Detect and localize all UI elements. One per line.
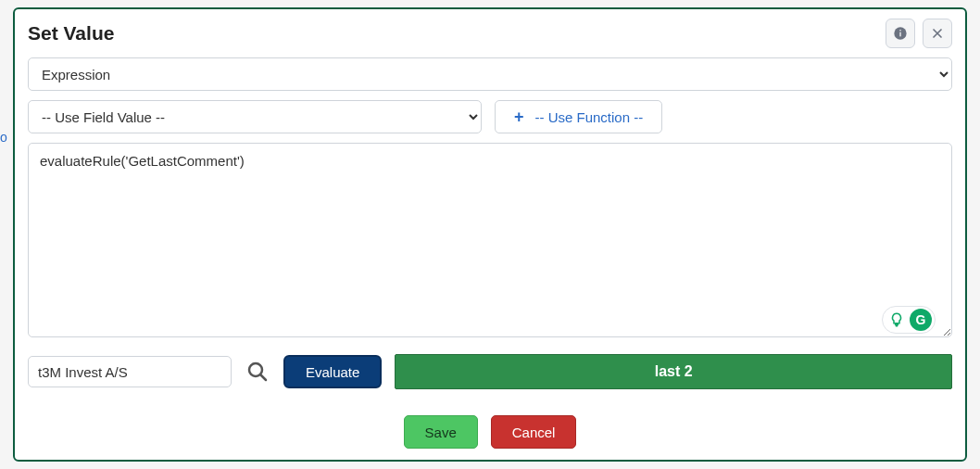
modal-header: Set Value [28,19,952,48]
svg-rect-1 [899,32,900,37]
close-icon [930,26,945,41]
type-row: Expression [28,57,952,91]
search-icon [246,361,269,383]
field-value-select[interactable]: -- Use Field Value -- [28,100,482,133]
field-function-row: -- Use Field Value -- + -- Use Function … [28,100,952,133]
evaluate-row: Evaluate last 2 [28,354,952,389]
evaluate-button[interactable]: Evaluate [283,355,382,388]
use-function-button[interactable]: + -- Use Function -- [495,100,662,133]
expression-textarea[interactable] [28,143,952,337]
background-text: o [0,130,7,145]
plus-icon: + [514,108,524,125]
modal-footer: Save Cancel [28,415,952,449]
close-button[interactable] [923,19,952,48]
editor-badges: G [882,306,936,334]
suggestion-icon[interactable] [886,309,908,331]
header-actions [886,19,952,48]
grammarly-icon[interactable]: G [910,309,932,331]
save-button[interactable]: Save [404,415,478,449]
info-icon [893,26,908,41]
value-type-select[interactable]: Expression [28,57,952,91]
svg-line-4 [261,375,267,381]
modal-title: Set Value [28,22,114,44]
set-value-modal: Set Value Expression -- Use Field Value … [13,7,967,462]
expression-editor-wrap: G [28,143,952,341]
search-button[interactable] [245,359,270,385]
evaluate-context-input[interactable] [28,356,232,387]
svg-rect-2 [899,30,900,31]
cancel-button[interactable]: Cancel [491,415,577,449]
evaluate-result: last 2 [395,354,952,389]
info-button[interactable] [886,19,915,48]
use-function-label: -- Use Function -- [535,109,644,125]
